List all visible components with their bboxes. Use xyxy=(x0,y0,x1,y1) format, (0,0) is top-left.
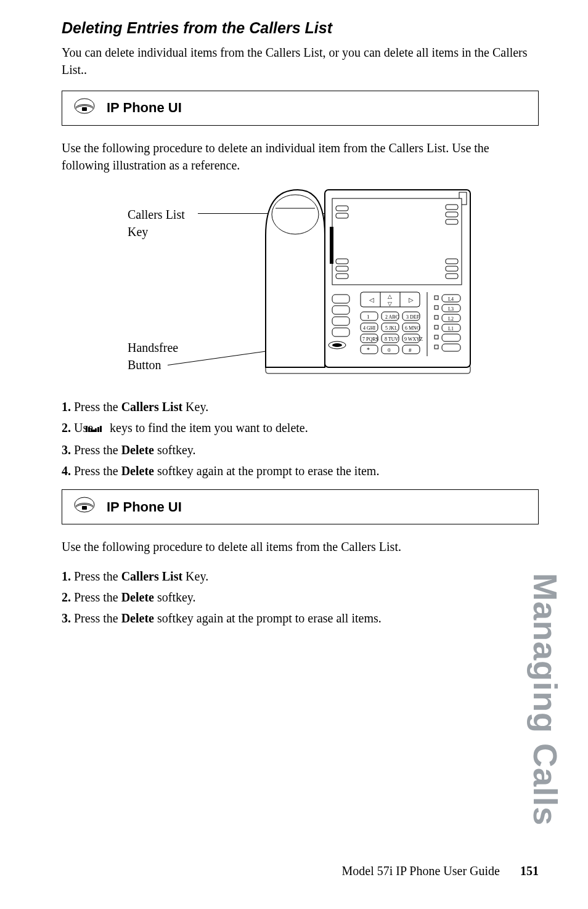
svg-rect-70 xyxy=(435,335,438,339)
step-bold: Delete xyxy=(121,590,154,604)
side-tab-label: Managing Calls xyxy=(521,573,568,826)
svg-rect-68 xyxy=(435,316,438,319)
phone-ui-icon xyxy=(73,496,96,518)
step-text: softkey. xyxy=(154,590,196,604)
svg-rect-12 xyxy=(446,219,458,224)
step-text: Press the xyxy=(74,443,121,457)
svg-rect-78 xyxy=(92,430,94,432)
callout-text: Key xyxy=(128,225,148,238)
svg-rect-21 xyxy=(332,306,349,314)
step: 1. Press the Callers List Key. xyxy=(62,568,539,585)
svg-text:6 MNO: 6 MNO xyxy=(405,325,420,331)
callout-callers-list-key: Callers List Key xyxy=(128,206,185,240)
svg-rect-65 xyxy=(442,344,460,351)
callout-line xyxy=(168,350,271,365)
intro-paragraph: You can delete individual items from the… xyxy=(62,44,539,78)
svg-rect-79 xyxy=(95,428,97,432)
ip-phone-ui-box: IP Phone UI xyxy=(62,91,539,126)
procedure1-intro: Use the following procedure to delete an… xyxy=(62,139,539,174)
svg-rect-71 xyxy=(435,345,438,349)
procedure2-steps: 1. Press the Callers List Key. 2. Press … xyxy=(62,568,539,627)
ip-phone-ui-label: IP Phone UI xyxy=(107,498,182,517)
svg-text:◁: ◁ xyxy=(369,296,374,303)
step-text: Press the xyxy=(74,464,121,478)
svg-text:2 ABC: 2 ABC xyxy=(385,314,399,320)
step-text: Press the xyxy=(74,569,121,583)
step-text: Press the xyxy=(74,611,121,625)
ip-phone-ui-box: IP Phone UI xyxy=(62,489,539,524)
step: 3. Press the Delete softkey again at the… xyxy=(62,609,539,627)
step: 2. Press the Delete softkey. xyxy=(62,589,539,606)
step-bold: Delete xyxy=(121,611,154,625)
step-text: keys to find the item you want to delete… xyxy=(110,421,308,434)
svg-rect-83 xyxy=(82,506,87,510)
svg-text:0: 0 xyxy=(388,347,391,353)
svg-rect-17 xyxy=(446,266,458,271)
svg-text:4 GHI: 4 GHI xyxy=(363,325,376,331)
svg-rect-10 xyxy=(446,205,458,210)
svg-rect-80 xyxy=(97,427,99,432)
svg-rect-81 xyxy=(100,426,102,432)
step-text: Press the xyxy=(74,400,121,414)
svg-text:▽: ▽ xyxy=(388,301,392,307)
svg-rect-16 xyxy=(446,259,458,264)
svg-text:△: △ xyxy=(388,293,392,300)
ip-phone-ui-label: IP Phone UI xyxy=(107,99,182,118)
svg-rect-15 xyxy=(336,274,348,279)
svg-rect-64 xyxy=(442,334,460,341)
step-text: Key. xyxy=(182,400,208,414)
step: 2. Use keys to find the item you want to… xyxy=(62,419,539,438)
footer-text: Model 57i IP Phone User Guide xyxy=(342,864,500,878)
svg-rect-66 xyxy=(435,296,438,300)
section-heading: Deleting Entries from the Callers List xyxy=(62,17,539,39)
svg-text:L3: L3 xyxy=(448,306,454,312)
svg-rect-1 xyxy=(82,107,87,111)
svg-rect-69 xyxy=(435,325,438,329)
svg-rect-18 xyxy=(446,274,458,279)
svg-rect-8 xyxy=(336,206,348,211)
svg-rect-19 xyxy=(330,227,333,264)
svg-point-73 xyxy=(332,343,342,347)
svg-rect-13 xyxy=(336,259,348,264)
svg-point-5 xyxy=(272,195,319,234)
svg-text:5 JKL: 5 JKL xyxy=(385,325,398,331)
svg-rect-20 xyxy=(332,295,349,303)
step-text: softkey. xyxy=(154,443,196,457)
svg-text:L1: L1 xyxy=(448,326,454,332)
callout-text: Callers List xyxy=(128,208,185,221)
step: 1. Press the Callers List Key. xyxy=(62,398,539,415)
step-text: Key. xyxy=(182,569,208,583)
phone-device-diagram: ◁ ▷ △ ▽ 1 2 ABC 3 DEF 4 GHI 5 JKL 6 MNO … xyxy=(263,186,473,377)
step-text: Press the xyxy=(74,590,121,604)
svg-text:8 TUV: 8 TUV xyxy=(385,336,399,342)
svg-text:L4: L4 xyxy=(448,296,454,302)
svg-text:L2: L2 xyxy=(448,316,454,322)
svg-text:*: * xyxy=(367,346,370,353)
svg-text:7 PQRS: 7 PQRS xyxy=(362,336,378,342)
step: 3. Press the Delete softkey. xyxy=(62,441,539,459)
svg-text:#: # xyxy=(409,347,412,353)
svg-rect-23 xyxy=(332,328,349,336)
svg-text:9 WXYZ: 9 WXYZ xyxy=(404,336,423,342)
svg-rect-74 xyxy=(86,426,88,432)
svg-rect-14 xyxy=(336,266,348,271)
page-number: 151 xyxy=(520,864,539,878)
svg-rect-7 xyxy=(332,198,462,285)
svg-rect-11 xyxy=(446,212,458,217)
svg-rect-22 xyxy=(332,317,349,325)
svg-rect-75 xyxy=(88,427,90,432)
callout-handsfree-button: Handsfree Button xyxy=(128,339,178,373)
phone-ui-icon xyxy=(73,97,96,119)
svg-rect-9 xyxy=(336,213,348,218)
svg-rect-67 xyxy=(435,306,438,309)
callout-text: Button xyxy=(128,358,161,372)
svg-text:1: 1 xyxy=(367,314,370,320)
step-text: softkey again at the prompt to erase the… xyxy=(154,464,379,478)
svg-text:▷: ▷ xyxy=(409,296,414,303)
procedure1-steps: 1. Press the Callers List Key. 2. Use ke… xyxy=(62,398,539,479)
step: 4. Press the Delete softkey again at the… xyxy=(62,462,539,479)
page-footer: Model 57i IP Phone User Guide 151 xyxy=(342,862,539,879)
step-bold: Callers List xyxy=(121,569,182,583)
svg-text:3 DEF: 3 DEF xyxy=(406,314,420,320)
step-bold: Callers List xyxy=(121,400,182,414)
